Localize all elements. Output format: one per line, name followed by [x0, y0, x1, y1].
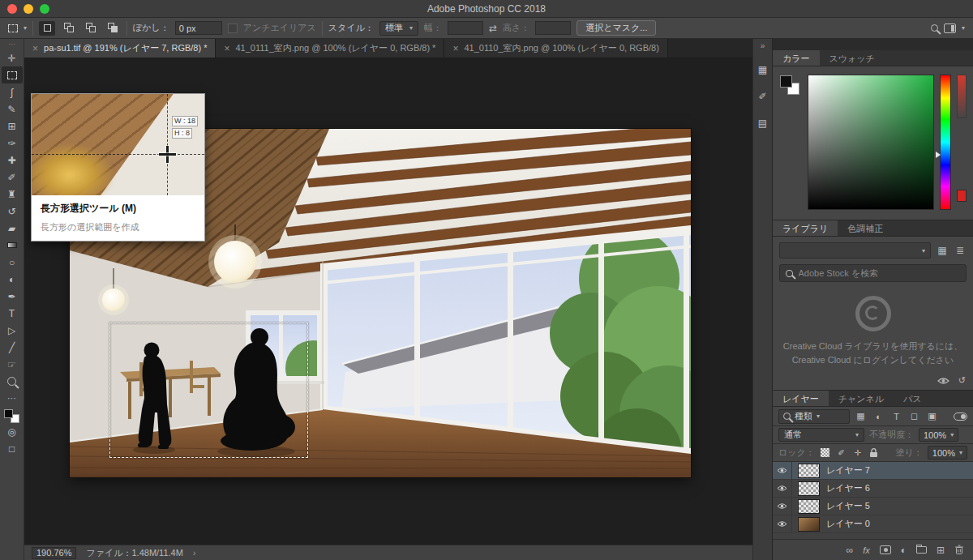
filter-adjustment-layers-icon[interactable]: ◐ — [872, 410, 885, 423]
layer-visibility-toggle[interactable] — [773, 462, 792, 479]
add-mask-icon[interactable] — [880, 545, 891, 554]
edit-toolbar-icon[interactable]: ⋯ — [7, 393, 16, 404]
sync-icon[interactable]: ↺ — [958, 375, 966, 386]
rectangle-tool[interactable]: ╱ — [2, 339, 23, 356]
minimize-window-button[interactable] — [24, 4, 33, 14]
foreground-background-colors[interactable] — [4, 409, 19, 423]
tool-preset-arrow-icon[interactable]: ▾ — [24, 24, 27, 32]
layer-style-icon[interactable]: fx — [863, 545, 870, 555]
close-tab-icon[interactable]: × — [452, 43, 458, 54]
hue-slider-marker[interactable] — [936, 152, 941, 158]
type-tool[interactable]: T — [2, 305, 23, 322]
quick-mask-button[interactable]: ◎ — [2, 423, 23, 440]
rectangular-marquee-tool[interactable] — [2, 66, 23, 83]
antialias-checkbox[interactable] — [228, 24, 238, 33]
add-to-selection-mode-button[interactable] — [61, 21, 77, 36]
tab-paths[interactable]: パス — [894, 391, 932, 406]
canvas-area[interactable]: W : 18 H : 8 長方形選択ツール (M) 長方形の選択範囲を作成 — [24, 58, 752, 545]
document-tab[interactable]: × 41_0110_室内.png @ 100% (レイヤー 0, RGB/8) — [444, 39, 667, 58]
layer-filter-select[interactable]: 種類 ▾ — [778, 409, 850, 424]
close-window-button[interactable] — [7, 4, 17, 14]
current-tool-icon[interactable] — [8, 24, 18, 32]
tab-layers[interactable]: レイヤー — [773, 391, 829, 406]
intersect-selection-mode-button[interactable] — [105, 21, 121, 36]
link-layers-icon[interactable]: ∞ — [847, 545, 854, 556]
list-view-icon[interactable]: ≣ — [954, 245, 967, 256]
move-tool[interactable]: ✛ — [2, 49, 23, 66]
library-search[interactable] — [779, 264, 967, 282]
status-options-icon[interactable]: › — [193, 548, 196, 558]
layer-name[interactable]: レイヤー 6 — [826, 482, 870, 494]
history-brush-tool[interactable]: ↺ — [2, 203, 23, 220]
layer-thumbnail[interactable] — [798, 517, 820, 532]
layer-row[interactable]: レイヤー 5 — [773, 498, 973, 515]
layer-name[interactable]: レイヤー 0 — [826, 518, 870, 530]
subtract-from-selection-mode-button[interactable] — [83, 21, 99, 36]
adjustment-layer-icon[interactable]: ◐ — [901, 545, 907, 556]
new-layer-icon[interactable]: ⊞ — [937, 545, 945, 556]
height-input[interactable] — [535, 21, 571, 35]
lock-all-icon[interactable] — [868, 447, 880, 459]
close-tab-icon[interactable]: × — [32, 43, 38, 54]
zoom-window-button[interactable] — [40, 4, 49, 14]
tab-adjustments[interactable]: 色調補正 — [838, 220, 893, 236]
style-select[interactable]: 標準 ▾ — [379, 21, 418, 36]
layer-row[interactable]: レイヤー 7 — [773, 462, 973, 480]
layer-visibility-toggle[interactable] — [773, 498, 792, 515]
tab-channels[interactable]: チャンネル — [829, 391, 894, 406]
toolbar-grip-icon[interactable]: ⋯ — [9, 41, 15, 49]
collapse-panels-icon[interactable]: » — [761, 41, 765, 50]
zoom-level-field[interactable]: 190.76% — [32, 547, 76, 559]
chevron-down-icon[interactable]: ▾ — [962, 24, 965, 32]
document-tab[interactable]: × 41_0111_室内.png @ 100% (レイヤー 0, RGB/8) … — [216, 39, 444, 58]
layer-name[interactable]: レイヤー 5 — [826, 500, 870, 512]
workspace-switcher-icon[interactable] — [944, 24, 956, 33]
new-selection-mode-button[interactable] — [39, 21, 55, 36]
eye-icon[interactable] — [937, 377, 949, 385]
layer-thumbnail[interactable] — [798, 464, 820, 478]
layer-name[interactable]: レイヤー 7 — [826, 464, 870, 477]
layer-thumbnail[interactable] — [798, 481, 820, 496]
feather-input[interactable] — [175, 21, 222, 35]
fill-select[interactable]: 100% ▾ — [928, 446, 967, 460]
saturation-brightness-field[interactable] — [808, 75, 934, 210]
tab-color[interactable]: カラー — [773, 50, 820, 66]
color-ramp-gradient[interactable] — [957, 75, 967, 118]
layer-thumbnail[interactable] — [798, 499, 820, 514]
gradient-tool[interactable] — [2, 237, 23, 254]
opacity-select[interactable]: 100% ▾ — [919, 428, 958, 442]
filter-toggle-icon[interactable] — [954, 413, 967, 421]
select-and-mask-button[interactable]: 選択とマスク... — [577, 20, 656, 36]
swap-dimensions-icon[interactable]: ⇄ — [489, 23, 497, 34]
clone-stamp-tool[interactable]: ♜ — [2, 186, 23, 203]
layer-row[interactable]: レイヤー 6 — [773, 480, 973, 498]
library-search-input[interactable] — [799, 268, 961, 278]
library-select[interactable]: ▾ — [779, 242, 931, 259]
filter-shape-layers-icon[interactable]: ◻ — [907, 410, 921, 423]
search-icon[interactable] — [931, 24, 938, 32]
collapsed-panel-icon-3[interactable]: ▤ — [756, 116, 770, 130]
screen-mode-button[interactable]: □ — [2, 440, 23, 457]
document-tab[interactable]: × pa-su1.tif @ 191% (レイヤー 7, RGB/8) * — [24, 39, 216, 58]
quick-selection-tool[interactable]: ✎ — [2, 100, 23, 118]
delete-layer-icon[interactable] — [954, 545, 964, 555]
path-selection-tool[interactable]: ▷ — [2, 322, 23, 339]
new-group-icon[interactable] — [916, 546, 927, 554]
layer-row[interactable]: レイヤー 0 — [773, 515, 973, 533]
brush-tool[interactable]: ✐ — [2, 169, 23, 186]
lock-position-icon[interactable]: ✛ — [852, 447, 864, 459]
grid-view-icon[interactable]: ▦ — [936, 245, 949, 256]
layer-visibility-toggle[interactable] — [773, 480, 792, 497]
blend-mode-select[interactable]: 通常 ▾ — [778, 428, 864, 442]
layer-visibility-toggle[interactable] — [773, 515, 792, 532]
dodge-tool[interactable]: ◐ — [2, 271, 23, 288]
tab-swatches[interactable]: スウォッチ — [820, 50, 885, 66]
close-tab-icon[interactable]: × — [224, 43, 229, 54]
width-input[interactable] — [448, 21, 483, 35]
tab-libraries[interactable]: ライブラリ — [773, 220, 838, 236]
foreground-color-chip[interactable] — [780, 75, 792, 88]
filter-smart-object-icon[interactable]: ▣ — [925, 410, 939, 423]
collapsed-panel-icon-2[interactable]: ✐ — [756, 89, 770, 104]
warning-color-swatch[interactable] — [957, 190, 967, 202]
hue-slider[interactable] — [940, 75, 951, 210]
